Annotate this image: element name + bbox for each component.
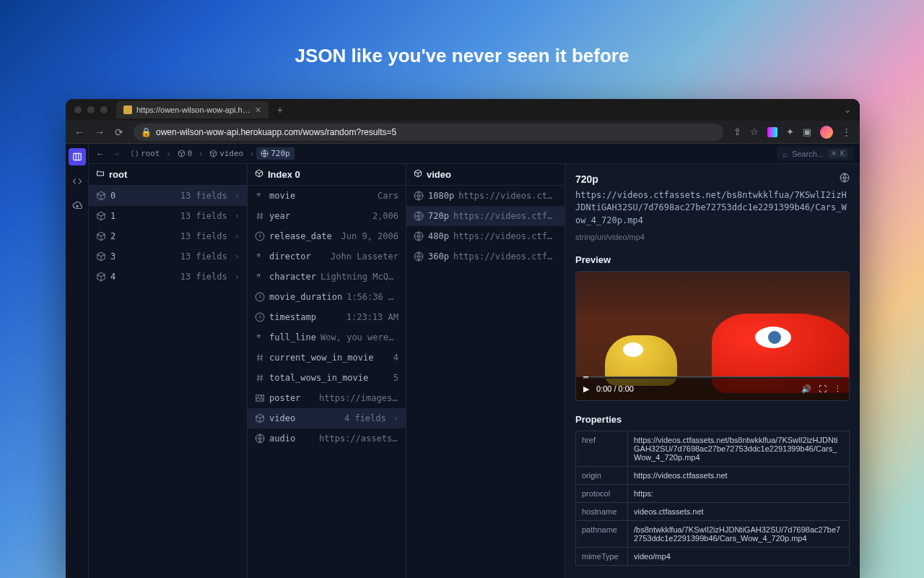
list-item[interactable]: total_wows_in_movie5 <box>248 368 406 388</box>
video-menu-button[interactable]: ⋮ <box>834 384 842 394</box>
tab-title: https://owen-wilson-wow-api.h… <box>136 105 250 114</box>
list-item[interactable]: 480phttps://videos.ctfassets.net/… <box>406 226 565 246</box>
column-header: Index 0 <box>248 164 406 186</box>
row-key: 2 <box>110 231 116 241</box>
row-value: 13 fields <box>180 272 227 282</box>
row-value: 4 <box>393 353 398 363</box>
new-tab-button[interactable]: + <box>277 104 283 116</box>
globe-icon[interactable] <box>840 173 850 185</box>
reload-button[interactable]: ⟳ <box>115 126 123 138</box>
property-value: https: <box>628 485 850 503</box>
volume-button[interactable]: 🔊 <box>801 384 811 394</box>
tagline: JSON like you've never seen it before <box>0 0 924 67</box>
breadcrumb-item[interactable]: video <box>205 147 248 160</box>
nav-forward-button[interactable]: → <box>110 149 122 159</box>
row-value: John Lasseter <box>331 251 398 262</box>
share-icon[interactable]: ⇧ <box>733 126 741 137</box>
breadcrumb-item[interactable]: 720p <box>256 147 295 160</box>
list-item[interactable]: year2,006 <box>248 206 406 226</box>
row-value: Wow, you were right! <box>321 332 398 342</box>
video-preview[interactable]: ▶ 0:00 / 0:00 🔊 ⛶ ⋮ <box>575 271 850 401</box>
forward-button[interactable]: → <box>95 126 105 138</box>
sidebar-columns-view[interactable] <box>69 148 86 165</box>
extension-icon[interactable] <box>767 127 777 137</box>
chevron-right-icon: › <box>167 149 170 159</box>
list-item[interactable]: movieCars <box>248 186 406 206</box>
row-key: 1 <box>110 211 116 221</box>
content: ← → root›0›video›720p ⌕ Search... ⌘ K ro… <box>89 144 860 578</box>
property-row: hostnamevideos.ctfassets.net <box>576 503 850 521</box>
list-item[interactable]: full_lineWow, you were right! <box>248 327 406 348</box>
extensions-icon[interactable]: ✦ <box>786 126 794 137</box>
list-item[interactable]: 213 fields› <box>89 226 247 246</box>
list-item[interactable]: audiohttps://assets.ctfassets.net… <box>248 428 406 449</box>
row-value: https://assets.ctfassets.net… <box>319 434 398 444</box>
column-video: video 1080phttps://videos.ctfassets.net…… <box>406 164 565 578</box>
url-input[interactable]: 🔒 owen-wilson-wow-api.herokuapp.com/wows… <box>134 124 723 141</box>
row-key: 360p <box>428 251 449 262</box>
list-item[interactable]: current_wow_in_movie4 <box>248 348 406 368</box>
cube-icon <box>96 231 106 241</box>
menu-icon[interactable]: ⋮ <box>842 126 851 137</box>
row-value: Cars <box>378 191 398 201</box>
browser-tab[interactable]: https://owen-wilson-wow-api.h… ✕ <box>116 101 269 118</box>
property-key: mimeType <box>576 548 628 566</box>
row-key: movie_duration <box>269 292 342 302</box>
sidebar-download[interactable] <box>69 197 86 215</box>
row-value: https://videos.ctfassets.net/… <box>453 231 557 241</box>
chevron-right-icon: › <box>250 149 253 159</box>
panel-icon[interactable]: ▣ <box>803 126 811 137</box>
list-item[interactable]: characterLightning McQueen <box>248 267 406 287</box>
cube-icon <box>96 251 106 262</box>
row-value: https://videos.ctfassets.net/… <box>453 211 557 221</box>
property-value: /bs8ntwkklfua/7KSwlI2izHJDNtiGAH32SU/7d7… <box>628 521 850 548</box>
fullscreen-button[interactable]: ⛶ <box>819 384 827 393</box>
property-key: protocol <box>576 485 628 503</box>
row-value: 1:56:36 AM <box>346 292 398 302</box>
row-value: 13 fields <box>180 191 227 201</box>
list-item[interactable]: movie_duration1:56:36 AM <box>248 287 406 307</box>
list-item[interactable]: 013 fields› <box>89 186 247 206</box>
row-key: 0 <box>110 191 116 201</box>
search-input[interactable]: ⌕ Search... ⌘ K <box>777 147 854 160</box>
list-item[interactable]: timestamp1:23:13 AM <box>248 307 406 327</box>
favicon-icon <box>123 105 132 114</box>
list-item[interactable]: video4 fields› <box>248 408 406 428</box>
breadcrumb-item[interactable]: root <box>126 147 165 160</box>
quote-icon <box>255 191 265 201</box>
detail-title: 720p <box>575 173 598 185</box>
column-title: Index 0 <box>268 169 300 180</box>
row-key: 4 <box>110 272 116 282</box>
nav-back-button[interactable]: ← <box>95 149 106 159</box>
chevron-down-icon[interactable]: ⌄ <box>844 105 851 115</box>
profile-avatar[interactable] <box>820 126 833 139</box>
list-item[interactable]: posterhttps://images.ctfassets.net… <box>248 388 406 408</box>
row-key: 480p <box>428 231 449 241</box>
property-value: video/mp4 <box>628 548 850 566</box>
row-key: poster <box>269 393 300 403</box>
column-index: Index 0 movieCarsyear2,006release_dateJu… <box>248 164 406 578</box>
globe-icon <box>414 231 424 241</box>
list-item[interactable]: 313 fields› <box>89 246 247 267</box>
bookmark-icon[interactable]: ☆ <box>750 126 759 137</box>
list-item[interactable]: release_dateJun 9, 2006 <box>248 226 406 246</box>
sidebar-code-view[interactable] <box>69 173 86 190</box>
list-item[interactable]: 413 fields› <box>89 267 247 287</box>
close-icon[interactable]: ✕ <box>255 105 261 115</box>
row-value: https://videos.ctfassets.net/… <box>453 251 557 262</box>
property-key: hostname <box>576 503 628 521</box>
list-item[interactable]: 720phttps://videos.ctfassets.net/… <box>406 206 565 226</box>
list-item[interactable]: 1080phttps://videos.ctfassets.net… <box>406 186 565 206</box>
play-button[interactable]: ▶ <box>583 384 589 394</box>
quote-icon <box>255 332 265 342</box>
back-button[interactable]: ← <box>74 126 84 138</box>
window-controls[interactable] <box>74 106 108 113</box>
row-key: character <box>269 272 316 282</box>
address-bar: ← → ⟳ 🔒 owen-wilson-wow-api.herokuapp.co… <box>66 121 860 144</box>
breadcrumb-item[interactable]: 0 <box>173 147 197 160</box>
preview-heading: Preview <box>575 254 850 265</box>
list-item[interactable]: directorJohn Lasseter <box>248 246 406 267</box>
chevron-right-icon: › <box>199 149 202 159</box>
list-item[interactable]: 360phttps://videos.ctfassets.net/… <box>406 246 565 267</box>
list-item[interactable]: 113 fields› <box>89 206 247 226</box>
